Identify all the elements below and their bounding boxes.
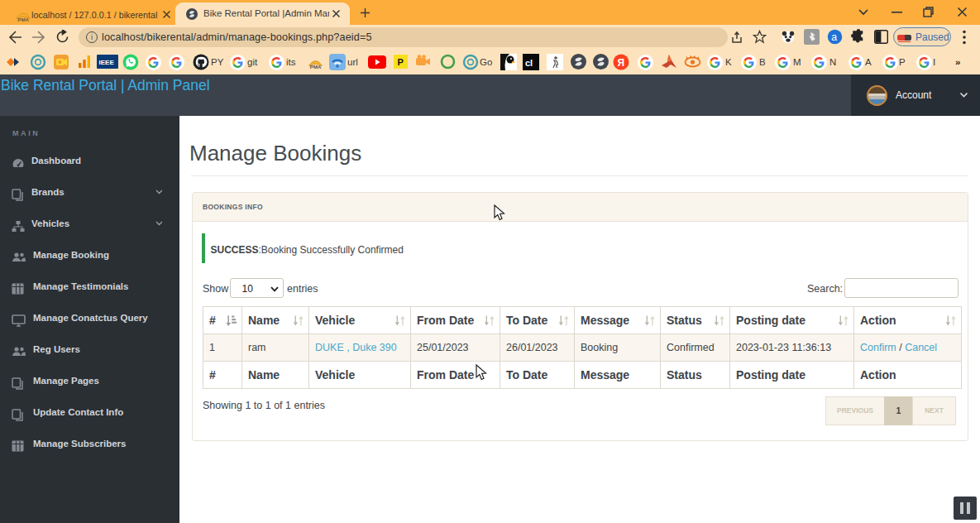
svg-text:IEEE: IEEE: [99, 59, 115, 66]
svg-text:cl: cl: [525, 58, 533, 68]
svg-text:PMA: PMA: [310, 64, 322, 70]
svg-text:Я: Я: [618, 57, 625, 69]
svg-text:a: a: [831, 31, 837, 43]
svg-text:P: P: [398, 57, 404, 67]
svg-text:PMA: PMA: [17, 17, 29, 22]
